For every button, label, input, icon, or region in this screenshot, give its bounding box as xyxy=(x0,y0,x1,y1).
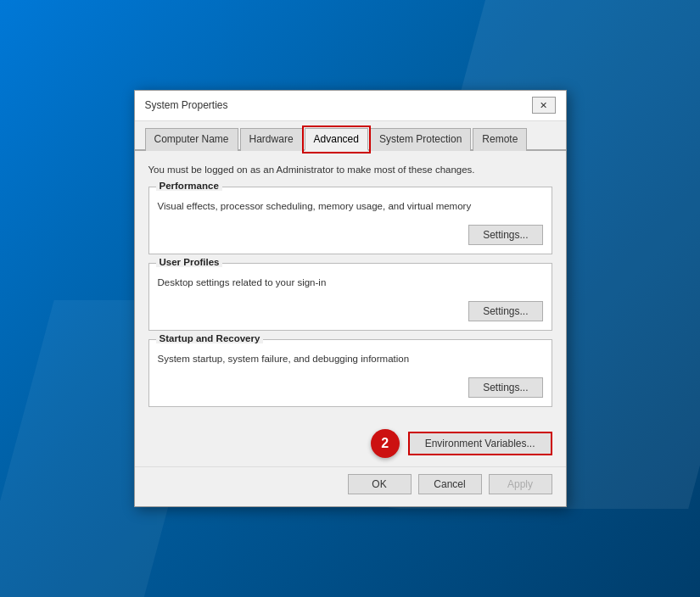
performance-desc: Visual effects, processor scheduling, me… xyxy=(158,201,543,211)
tab-computer-name[interactable]: Computer Name xyxy=(145,128,238,151)
startup-recovery-settings-button[interactable]: Settings... xyxy=(468,377,542,398)
close-button[interactable]: ✕ xyxy=(532,97,556,114)
footer-buttons-area: OK Cancel Apply xyxy=(135,466,566,506)
system-properties-dialog: System Properties ✕ Computer Name Hardwa… xyxy=(134,90,567,507)
ok-button[interactable]: OK xyxy=(348,474,412,494)
env-vars-row: 2 Environment Variables... xyxy=(135,424,566,466)
content-area: You must be logged on as an Administrato… xyxy=(135,151,566,424)
performance-section: Performance Visual effects, processor sc… xyxy=(148,187,552,254)
startup-recovery-section: Startup and Recovery System startup, sys… xyxy=(148,339,552,407)
title-bar: System Properties ✕ xyxy=(135,91,566,121)
user-profiles-title: User Profiles xyxy=(156,257,223,267)
tab-advanced[interactable]: Advanced xyxy=(305,128,368,151)
admin-notice: You must be logged on as an Administrato… xyxy=(148,163,552,176)
performance-settings-button[interactable]: Settings... xyxy=(468,225,542,245)
user-profiles-section: User Profiles Desktop settings related t… xyxy=(148,263,552,331)
tab-hardware[interactable]: Hardware xyxy=(240,128,303,151)
user-profiles-desc: Desktop settings related to your sign-in xyxy=(158,277,543,287)
tab-remote[interactable]: Remote xyxy=(473,128,527,151)
startup-recovery-desc: System startup, system failure, and debu… xyxy=(158,354,543,364)
cancel-button[interactable]: Cancel xyxy=(418,474,482,494)
env-vars-badge: 2 xyxy=(371,429,400,458)
startup-recovery-title: Startup and Recovery xyxy=(156,333,264,343)
tab-system-protection[interactable]: System Protection xyxy=(370,128,471,151)
title-bar-text: System Properties xyxy=(145,99,228,111)
title-bar-controls: ✕ xyxy=(532,97,556,114)
performance-title: Performance xyxy=(156,181,222,191)
apply-button[interactable]: Apply xyxy=(489,474,552,494)
environment-variables-button[interactable]: Environment Variables... xyxy=(408,432,552,455)
user-profiles-settings-button[interactable]: Settings... xyxy=(468,301,542,321)
tabs-container: Computer Name Hardware Advanced System P… xyxy=(135,121,566,151)
